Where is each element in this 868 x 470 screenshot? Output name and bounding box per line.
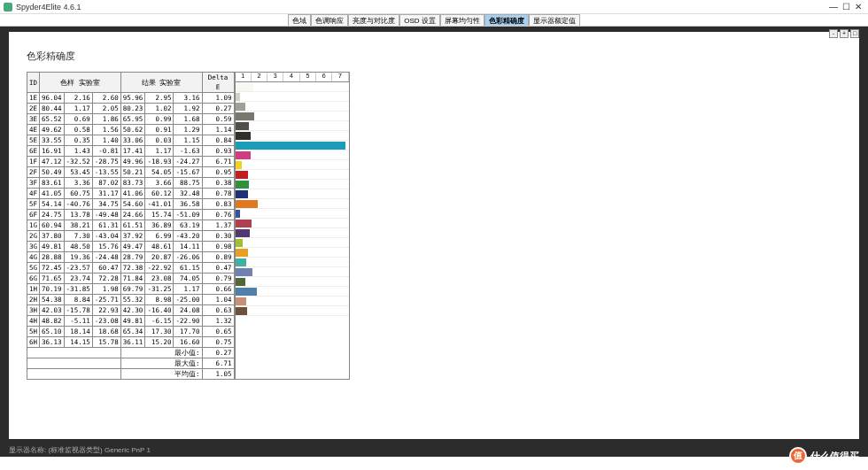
- table-row: 2F50.4953.45-13.5550.2154.05-15.670.95: [27, 167, 235, 178]
- bar-row: [236, 267, 349, 277]
- table-row: 2G37.807.30-43.0437.926.99-43.200.30: [27, 231, 235, 242]
- bar: [236, 200, 258, 208]
- bar: [236, 171, 248, 179]
- bar-scale: 1234567: [236, 73, 349, 82]
- table-row: 3G49.8148.5015.7649.4748.6114.110.98: [27, 242, 235, 252]
- app-title: Spyder4Elite 4.6.1: [16, 3, 81, 12]
- tab-5[interactable]: 色彩精确度: [484, 14, 529, 26]
- table-row: 1G60.9438.2161.3161.5136.8963.191.37: [27, 220, 235, 231]
- table-row: 3F83.613.3687.0283.733.6688.750.38: [27, 178, 235, 189]
- table-row: 5F54.14-40.7634.7554.60-41.0136.580.83: [27, 199, 235, 210]
- table-row: 6E16.911.43-0.8117.411.17-1.630.93: [27, 146, 235, 157]
- table-row: 6F24.7513.78-49.4824.6615.74-51.090.76: [27, 210, 235, 220]
- table-row: 3H42.03-15.7822.9342.30-16.4024.080.63: [27, 305, 235, 316]
- bar: [236, 278, 246, 286]
- summary-row: 最小值:0.27: [27, 348, 235, 358]
- table-row: 3E65.520.691.8665.950.991.680.59: [27, 114, 235, 125]
- bar-row: [236, 199, 349, 209]
- bar: [236, 229, 251, 237]
- maximize-button[interactable]: ☐: [840, 2, 852, 12]
- bar-row: [236, 170, 349, 180]
- tab-3[interactable]: OSD 设置: [399, 14, 440, 26]
- table-row: 4F41.0560.7531.1741.0660.1232.480.78: [27, 189, 235, 199]
- bar: [236, 220, 252, 227]
- column-header: 结果 实验室: [120, 73, 202, 93]
- fit-icon[interactable]: □: [850, 29, 859, 38]
- bar: [236, 93, 240, 101]
- bar: [236, 288, 258, 296]
- watermark: 值 什么值得买: [789, 447, 859, 465]
- app-icon: [4, 3, 12, 12]
- bar: [236, 132, 251, 140]
- tab-bar: 色域色调响应亮度与对比度OSD 设置屏幕均匀性色彩精确度显示器额定值: [0, 14, 868, 27]
- bar-row: [236, 112, 349, 121]
- table-row: 2E80.441.172.0580.231.021.920.27: [27, 104, 235, 114]
- table-row: 5H65.1018.1418.6865.3417.3017.700.65: [27, 327, 235, 337]
- close-button[interactable]: ✕: [852, 2, 864, 12]
- bar: [236, 258, 246, 266]
- table-row: 5E33.550.351.4033.060.031.150.84: [27, 135, 235, 146]
- bar-row: [236, 219, 349, 228]
- column-header: 色样 实验室: [40, 73, 121, 93]
- page-title: 色彩精确度: [27, 50, 841, 63]
- bar-row: [236, 102, 349, 112]
- title-bar: Spyder4Elite 4.6.1 — ☐ ✕: [0, 0, 868, 14]
- bar: [236, 142, 346, 150]
- status-bar: 显示器名称: (标准监视器类型) Generic PnP 1: [0, 443, 868, 457]
- report-page: 色彩精确度 ID色样 实验室结果 实验室Delta E 1E96.042.162…: [9, 32, 859, 439]
- bar: [236, 112, 254, 120]
- table-row: 6G71.6523.7472.2871.8423.0874.050.79: [27, 274, 235, 284]
- bar: [236, 83, 253, 91]
- bar: [236, 268, 252, 276]
- column-header: Delta E: [202, 73, 234, 93]
- bar-row: [236, 287, 349, 297]
- bar: [236, 239, 244, 247]
- zoom-in-icon[interactable]: +: [840, 29, 849, 38]
- bar-row: [236, 238, 349, 248]
- content-wrapper: - + □ 色彩精确度 ID色样 实验室结果 实验室Delta E 1E96.0…: [0, 27, 868, 457]
- tab-6[interactable]: 显示器额定值: [529, 14, 580, 26]
- bar-row: [236, 209, 349, 219]
- bar-row: [236, 248, 349, 258]
- watermark-text: 什么值得买: [810, 450, 859, 463]
- table-row: 6H36.1314.1515.7836.1115.2016.600.75: [27, 337, 235, 348]
- bar-row: [236, 121, 349, 131]
- column-header: ID: [27, 73, 40, 93]
- table-row: 4E49.620.581.5650.620.911.291.14: [27, 125, 235, 135]
- bar-chart: 1234567: [235, 72, 350, 380]
- bar-row: [236, 180, 349, 189]
- bar-row: [236, 306, 349, 316]
- tab-2[interactable]: 亮度与对比度: [348, 14, 399, 26]
- minimize-button[interactable]: —: [827, 2, 840, 12]
- bar-row: [236, 82, 349, 92]
- bar: [236, 307, 248, 315]
- toolbar: - + □: [829, 29, 859, 38]
- bar-row: [236, 131, 349, 141]
- bar: [236, 297, 246, 305]
- table-row: 1F47.12-32.52-28.7549.96-18.93-24.276.71: [27, 157, 235, 167]
- table-row: 1H70.19-31.851.9869.79-31.251.170.66: [27, 284, 235, 295]
- bar-row: [236, 160, 349, 170]
- tab-4[interactable]: 屏幕均匀性: [440, 14, 484, 26]
- table-row: 4H48.82-5.11-23.0849.81-6.15-22.901.32: [27, 316, 235, 327]
- bar: [236, 181, 249, 189]
- bar-row: [236, 189, 349, 199]
- bar: [236, 122, 250, 130]
- bar: [236, 249, 249, 257]
- table-row: 4G28.8819.36-24.4828.7920.87-26.060.89: [27, 252, 235, 263]
- bar-row: [236, 297, 349, 306]
- table-row: 5G72.45-23.5760.4772.38-22.9261.150.47: [27, 263, 235, 274]
- table-row: 2H54.388.84-25.7155.328.98-25.001.04: [27, 295, 235, 305]
- zoom-out-icon[interactable]: -: [829, 29, 838, 38]
- summary-row: 平均值:1.05: [27, 369, 235, 380]
- bar: [236, 210, 241, 218]
- bar: [236, 190, 248, 198]
- summary-row: 最大值:6.71: [27, 358, 235, 369]
- tab-0[interactable]: 色域: [288, 14, 311, 26]
- bar: [236, 161, 242, 169]
- bar-row: [236, 92, 349, 102]
- tab-1[interactable]: 色调响应: [311, 14, 348, 26]
- bar-row: [236, 141, 349, 150]
- watermark-icon: 值: [789, 447, 807, 465]
- bar-row: [236, 277, 349, 287]
